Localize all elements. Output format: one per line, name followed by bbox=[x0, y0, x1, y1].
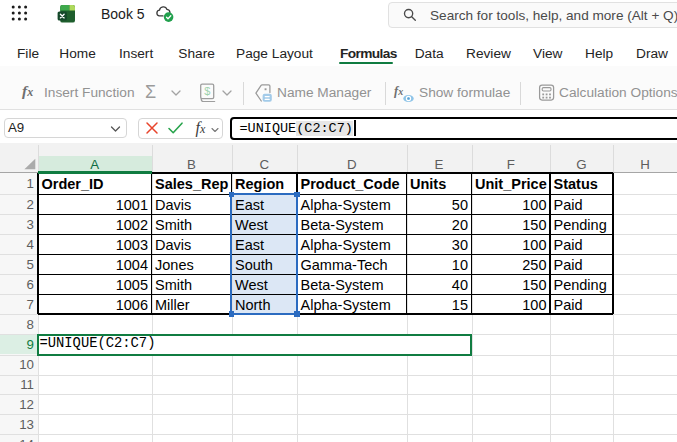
svg-text:$: $ bbox=[204, 85, 210, 97]
